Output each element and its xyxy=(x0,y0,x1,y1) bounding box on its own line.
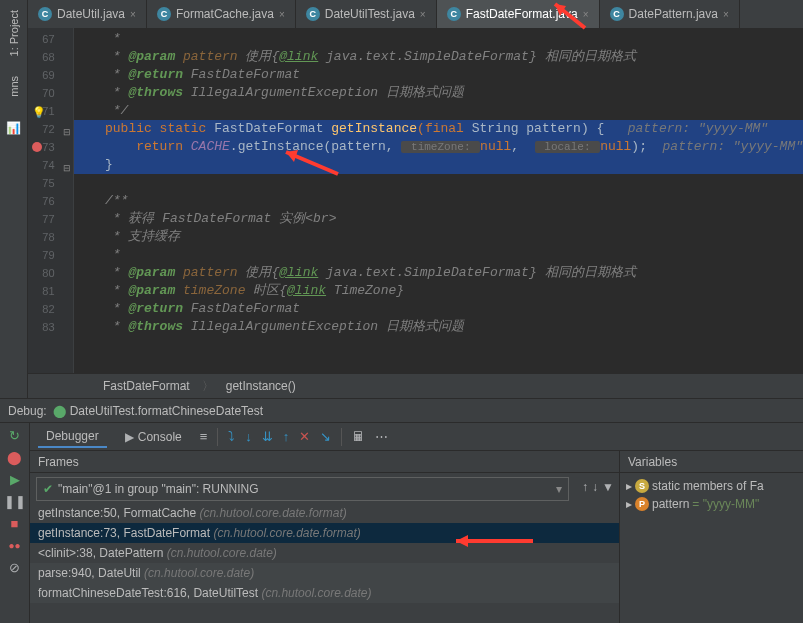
project-sidebar: 1: Project mns 📊 xyxy=(0,0,28,398)
variable-row[interactable]: ▸Sstatic members of Fa xyxy=(624,477,799,495)
close-icon[interactable]: × xyxy=(583,9,589,20)
close-icon[interactable]: × xyxy=(279,9,285,20)
frames-title: Frames xyxy=(38,455,79,469)
static-badge-icon: S xyxy=(635,479,649,493)
view-breakpoints-icon[interactable]: ●● xyxy=(7,537,23,553)
close-icon[interactable]: × xyxy=(420,9,426,20)
class-icon: C xyxy=(610,7,624,21)
mute-breakpoints-icon[interactable]: ⊘ xyxy=(7,559,23,575)
expand-icon[interactable]: ▸ xyxy=(626,479,632,493)
force-step-into-icon[interactable]: ⇊ xyxy=(262,429,273,444)
editor-tabs: CDateUtil.java× CFormatCache.java× CDate… xyxy=(28,0,803,28)
frame-row[interactable]: formatChineseDateTest:616, DateUtilTest … xyxy=(30,583,619,603)
frames-list: getInstance:50, FormatCache (cn.hutool.c… xyxy=(30,503,619,623)
tab-formatcache[interactable]: CFormatCache.java× xyxy=(147,0,296,28)
run-icon: ⬤ xyxy=(53,404,66,418)
debug-toolbar: Debugger ▶Console ≡ ⤵ ↓ ⇊ ↑ ✕ ↘ 🖩 ⋯ xyxy=(30,423,803,451)
dropdown-icon[interactable]: ▾ xyxy=(556,482,562,496)
debugger-tab[interactable]: Debugger xyxy=(38,426,107,448)
code-area[interactable]: * * @param pattern 使用{@link java.text.Si… xyxy=(74,28,803,373)
debug-sidebar: ↻ ⬤ ▶ ❚❚ ■ ●● ⊘ xyxy=(0,423,30,623)
console-tab[interactable]: ▶Console xyxy=(117,427,190,447)
step-over-icon[interactable]: ⤵ xyxy=(228,429,235,444)
stop-red-icon[interactable]: ⬤ xyxy=(7,449,23,465)
close-icon[interactable]: × xyxy=(130,9,136,20)
step-into-icon[interactable]: ↓ xyxy=(245,429,252,444)
tab-datepattern[interactable]: CDatePattern.java× xyxy=(600,0,740,28)
debug-panel: Debug: ⬤DateUtilTest.formatChineseDateTe… xyxy=(0,398,803,623)
tab-dateutil[interactable]: CDateUtil.java× xyxy=(28,0,147,28)
project-tool-tab[interactable]: 1: Project xyxy=(6,4,22,62)
frames-pane: Frames ✔ "main"@1 in group "main": RUNNI… xyxy=(30,451,620,623)
drop-frame-icon[interactable]: ✕ xyxy=(299,429,310,444)
resume-icon[interactable]: ▶ xyxy=(7,471,23,487)
rerun-icon[interactable]: ↻ xyxy=(7,427,23,443)
close-icon[interactable]: × xyxy=(723,9,729,20)
check-icon: ✔ xyxy=(43,482,53,496)
class-icon: C xyxy=(306,7,320,21)
more-icon[interactable]: ⋯ xyxy=(375,429,388,444)
variables-pane: Variables ▸Sstatic members of Fa ▸Ppatte… xyxy=(620,451,803,623)
next-frame-icon[interactable]: ↓ xyxy=(592,480,598,494)
evaluate-icon[interactable]: 🖩 xyxy=(352,429,365,444)
gutter[interactable]: 67 68 69 70 71 ⊟72 73 ⊟74 75 76 77 78 79… xyxy=(28,28,74,373)
mns-tool-tab[interactable]: mns xyxy=(6,70,22,103)
class-icon: C xyxy=(157,7,171,21)
thread-selector[interactable]: ✔ "main"@1 in group "main": RUNNING ▾ ↑ … xyxy=(36,477,569,501)
frame-row[interactable]: <clinit>:38, DatePattern (cn.hutool.core… xyxy=(30,543,619,563)
stop-icon[interactable]: ■ xyxy=(7,515,23,531)
variable-row[interactable]: ▸Ppattern = "yyyy-MM" xyxy=(624,495,799,513)
frame-row[interactable]: getInstance:50, FormatCache (cn.hutool.c… xyxy=(30,503,619,523)
frame-row[interactable]: getInstance:73, FastDateFormat (cn.hutoo… xyxy=(30,523,619,543)
frame-row[interactable]: parse:940, DateUtil (cn.hutool.core.date… xyxy=(30,563,619,583)
param-badge-icon: P xyxy=(635,497,649,511)
threads-icon[interactable]: ≡ xyxy=(200,429,208,444)
debug-label: Debug: xyxy=(8,404,47,418)
filter-frames-icon[interactable]: ▼ xyxy=(602,480,614,494)
tab-dateutiltest[interactable]: CDateUtilTest.java× xyxy=(296,0,437,28)
debug-config[interactable]: ⬤DateUtilTest.formatChineseDateTest xyxy=(53,404,263,418)
run-to-cursor-icon[interactable]: ↘ xyxy=(320,429,331,444)
variables-title: Variables xyxy=(628,455,677,469)
breadcrumb-method[interactable]: getInstance() xyxy=(226,379,296,393)
step-out-icon[interactable]: ↑ xyxy=(283,429,290,444)
code-editor[interactable]: 67 68 69 70 71 ⊟72 73 ⊟74 75 76 77 78 79… xyxy=(28,28,803,373)
class-icon: C xyxy=(38,7,52,21)
prev-frame-icon[interactable]: ↑ xyxy=(582,480,588,494)
tab-fastdateformat[interactable]: CFastDateFormat.java× xyxy=(437,0,600,28)
breadcrumb-class[interactable]: FastDateFormat xyxy=(103,379,190,393)
pause-icon[interactable]: ❚❚ xyxy=(7,493,23,509)
debug-header: Debug: ⬤DateUtilTest.formatChineseDateTe… xyxy=(0,399,803,423)
breadcrumb-sep: 〉 xyxy=(202,378,214,395)
breadcrumb: FastDateFormat 〉 getInstance() xyxy=(28,373,803,398)
class-icon: C xyxy=(447,7,461,21)
expand-icon[interactable]: ▸ xyxy=(626,497,632,511)
